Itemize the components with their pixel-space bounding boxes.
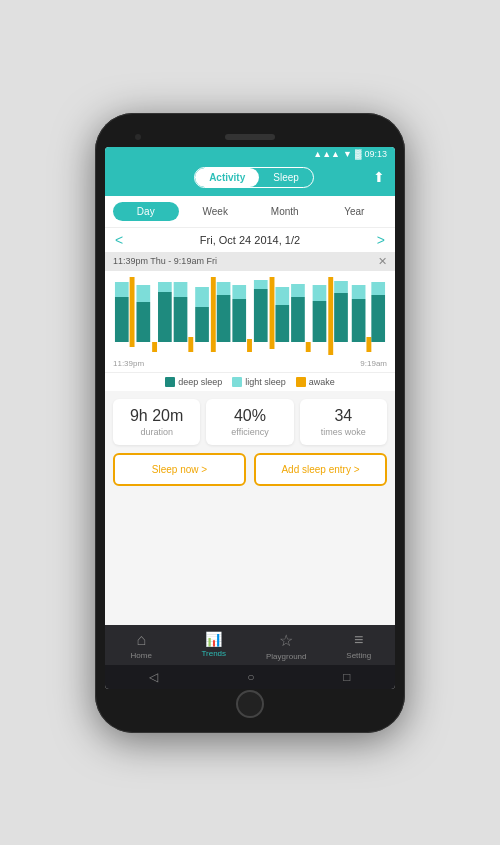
phone-top-bar xyxy=(105,127,395,147)
status-icons: ▲▲▲ ▼ ▓ 09:13 xyxy=(313,149,387,159)
svg-rect-30 xyxy=(334,293,348,342)
deep-sleep-label: deep sleep xyxy=(178,377,222,387)
phone-speaker xyxy=(225,134,275,140)
header-tabs: Activity Sleep xyxy=(194,167,314,188)
legend-awake: awake xyxy=(296,377,335,387)
status-bar: ▲▲▲ ▼ ▓ 09:13 xyxy=(105,147,395,161)
stats-row: 9h 20m duration 40% efficiency 34 times … xyxy=(105,391,395,454)
svg-rect-9 xyxy=(174,282,188,297)
chart-end-time: 9:19am xyxy=(360,359,387,368)
time-display: 09:13 xyxy=(364,149,387,159)
chart-start-time: 11:39pm xyxy=(113,359,144,368)
svg-rect-29 xyxy=(328,277,333,355)
nav-home[interactable]: ⌂ Home xyxy=(105,625,178,665)
nav-playground[interactable]: ☆ Playground xyxy=(250,625,323,665)
svg-rect-4 xyxy=(136,285,150,302)
tab-sleep[interactable]: Sleep xyxy=(259,168,313,187)
setting-label: Setting xyxy=(346,651,371,660)
add-sleep-entry-button[interactable]: Add sleep entry > xyxy=(254,453,387,486)
svg-rect-15 xyxy=(217,282,231,295)
chart-area: 11:39pm 9:19am xyxy=(105,271,395,372)
duration-value: 9h 20m xyxy=(117,407,196,425)
time-range-label: 11:39pm Thu - 9:19am Fri xyxy=(113,256,217,266)
tab-activity[interactable]: Activity xyxy=(195,168,259,187)
nav-setting[interactable]: ≡ Setting xyxy=(323,625,396,665)
phone-bottom-bar xyxy=(105,689,395,719)
share-icon[interactable]: ⬆ xyxy=(373,169,385,185)
light-sleep-color xyxy=(232,377,242,387)
svg-rect-3 xyxy=(136,302,150,342)
stat-duration: 9h 20m duration xyxy=(113,399,200,446)
deep-sleep-color xyxy=(165,377,175,387)
recents-button[interactable]: □ xyxy=(343,670,350,684)
svg-rect-18 xyxy=(247,339,252,352)
android-nav: ◁ ○ □ xyxy=(105,665,395,689)
playground-icon: ☆ xyxy=(279,631,293,650)
period-year[interactable]: Year xyxy=(322,202,388,221)
time-range-bar: 11:39pm Thu - 9:19am Fri ✕ xyxy=(105,252,395,271)
legend: deep sleep light sleep awake xyxy=(105,372,395,391)
svg-rect-17 xyxy=(232,285,246,299)
prev-arrow[interactable]: < xyxy=(115,232,123,248)
battery-icon: ▓ xyxy=(355,149,362,159)
phone-home-button[interactable] xyxy=(236,690,264,718)
phone-camera xyxy=(135,134,141,140)
header: Activity Sleep ⬆ xyxy=(105,161,395,196)
playground-label: Playground xyxy=(266,652,306,661)
svg-rect-8 xyxy=(174,297,188,342)
svg-rect-11 xyxy=(195,307,209,342)
nav-trends[interactable]: 📊 Trends xyxy=(178,625,251,665)
svg-rect-33 xyxy=(352,285,366,299)
period-month[interactable]: Month xyxy=(252,202,318,221)
period-day[interactable]: Day xyxy=(113,202,179,221)
svg-rect-13 xyxy=(211,277,216,352)
duration-label: duration xyxy=(117,427,196,437)
setting-icon: ≡ xyxy=(354,631,363,649)
trends-icon: 📊 xyxy=(205,631,222,647)
svg-rect-22 xyxy=(275,305,289,342)
efficiency-value: 40% xyxy=(210,407,289,425)
svg-rect-28 xyxy=(313,285,327,301)
home-icon: ⌂ xyxy=(136,631,146,649)
times-woke-value: 34 xyxy=(304,407,383,425)
trends-label: Trends xyxy=(201,649,226,658)
svg-rect-10 xyxy=(188,337,193,352)
awake-color xyxy=(296,377,306,387)
stat-efficiency: 40% efficiency xyxy=(206,399,293,446)
svg-rect-24 xyxy=(291,297,305,342)
svg-rect-35 xyxy=(371,295,385,342)
sleep-chart xyxy=(113,277,387,357)
home-button[interactable]: ○ xyxy=(247,670,254,684)
svg-rect-2 xyxy=(130,277,135,347)
svg-rect-27 xyxy=(313,301,327,342)
svg-rect-31 xyxy=(334,281,348,293)
back-button[interactable]: ◁ xyxy=(149,670,158,684)
svg-rect-34 xyxy=(366,337,371,352)
svg-rect-5 xyxy=(152,342,157,352)
chart-container xyxy=(113,277,387,357)
phone-screen: ▲▲▲ ▼ ▓ 09:13 Activity Sleep ⬆ Day Week xyxy=(105,147,395,689)
stat-times-woke: 34 times woke xyxy=(300,399,387,446)
legend-deep-sleep: deep sleep xyxy=(165,377,222,387)
date-label: Fri, Oct 24 2014, 1/2 xyxy=(200,234,300,246)
svg-rect-32 xyxy=(352,299,366,342)
svg-rect-12 xyxy=(195,287,209,307)
sleep-now-button[interactable]: Sleep now > xyxy=(113,453,246,486)
svg-rect-1 xyxy=(115,282,129,297)
home-label: Home xyxy=(131,651,152,660)
svg-rect-36 xyxy=(371,282,385,295)
efficiency-label: efficiency xyxy=(210,427,289,437)
close-icon[interactable]: ✕ xyxy=(378,255,387,268)
svg-rect-0 xyxy=(115,297,129,342)
period-week[interactable]: Week xyxy=(183,202,249,221)
date-nav: < Fri, Oct 24 2014, 1/2 > xyxy=(105,227,395,252)
signal-icon: ▲▲▲ xyxy=(313,149,340,159)
screen-content: ▲▲▲ ▼ ▓ 09:13 Activity Sleep ⬆ Day Week xyxy=(105,147,395,689)
times-woke-label: times woke xyxy=(304,427,383,437)
next-arrow[interactable]: > xyxy=(377,232,385,248)
svg-rect-7 xyxy=(158,282,172,292)
chart-time-labels: 11:39pm 9:19am xyxy=(113,359,387,368)
svg-rect-19 xyxy=(254,289,268,342)
legend-light-sleep: light sleep xyxy=(232,377,286,387)
light-sleep-label: light sleep xyxy=(245,377,286,387)
